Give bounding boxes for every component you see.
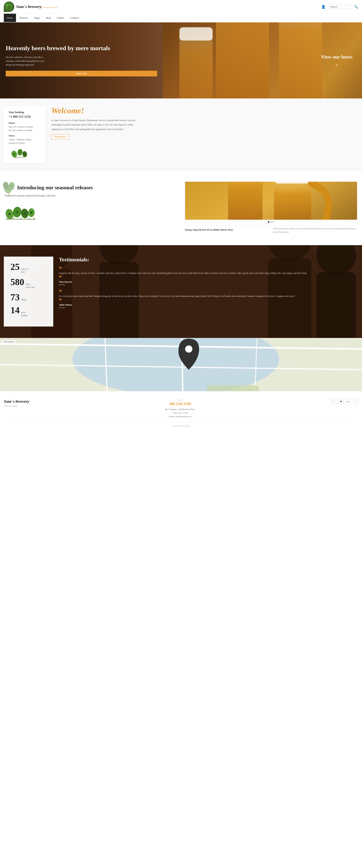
- svg-line-27: [8, 194, 9, 197]
- stat-litres-label: litresevery day: [26, 283, 35, 289]
- seasonal-section: Introducing our seasonal releases Northw…: [0, 171, 362, 245]
- footer-contact: Call us 800-2345-6789 My Company, 1234 M…: [165, 399, 195, 418]
- search-input[interactable]: [328, 5, 351, 9]
- nav-gallery[interactable]: Gallery: [54, 14, 67, 22]
- welcome-title: Welcome!: [51, 106, 358, 115]
- map-background: Map Satellite: [0, 338, 362, 391]
- testimonials-area: Testimonials: ❝ Fragrant with the spicy …: [59, 256, 358, 327]
- footer: Sam`s brewery Brewing company Call us 80…: [0, 391, 362, 431]
- user-icon[interactable]: 👤: [321, 5, 326, 9]
- svg-point-35: [30, 212, 32, 214]
- nav-contacts[interactable]: Contacts: [67, 14, 82, 22]
- tour-booking-phone: +1 800 123 1234: [8, 115, 41, 119]
- stat-litres: 580 litresevery day: [10, 278, 47, 289]
- map-label: Map Satellite: [2, 340, 16, 343]
- hops-left-decoration: [1, 179, 18, 198]
- svg-point-69: [185, 345, 192, 353]
- slider-dot-1[interactable]: [268, 221, 269, 223]
- nav-home[interactable]: Home: [4, 14, 16, 22]
- svg-rect-8: [279, 23, 322, 98]
- main-nav: Home About us Pages Blog Gallery Contact…: [0, 14, 362, 23]
- view-beers[interactable]: View our beers ⌄: [321, 54, 353, 67]
- brand-tagline: Brewing company: [43, 6, 57, 8]
- svg-point-18: [13, 153, 15, 155]
- footer-social: f ✱ in t: [331, 399, 358, 404]
- info-section: Tour booking +1 800 123 1234 Hours Mon–F…: [0, 98, 362, 171]
- tours-days: Saturday & Sunday: [8, 142, 41, 145]
- svg-point-34: [24, 212, 26, 215]
- map-svg: [0, 338, 362, 391]
- map-section: Map Satellite: [0, 338, 362, 391]
- beer-description: Warm one minute, stormy the next, this I…: [272, 227, 358, 236]
- svg-point-33: [16, 211, 18, 213]
- hours-weekday: Mon–Fri 11:00am to 9:00pm: [8, 125, 41, 129]
- logo-area: Sam`s brewery Brewing company: [4, 2, 57, 12]
- quote-close-icon: ❞: [59, 277, 62, 279]
- testimonial-2-author: John Nelson: [59, 303, 358, 306]
- testimonials-title: Testimonials:: [59, 256, 358, 263]
- footer-bottom: © 2016 | Privacy Policy: [4, 422, 358, 427]
- tours-times: 1:00pm, 3:00pm & 5:00pm: [8, 138, 41, 142]
- stat-medals-number: 14: [10, 306, 20, 315]
- nav-pages[interactable]: Pages: [31, 14, 43, 22]
- stat-beer-sorts-number: 25: [10, 262, 20, 271]
- svg-rect-6: [216, 23, 269, 98]
- social-twitter-icon[interactable]: t: [353, 399, 358, 404]
- testimonial-1-role: (client): [59, 283, 358, 286]
- testimonial-2-text: I'm very picky about tripels and other B…: [59, 294, 358, 298]
- seasonal-title: Introducing our seasonal releases: [4, 184, 178, 191]
- tour-booking-title: Tour booking: [8, 111, 41, 114]
- social-linkedin-icon[interactable]: in: [346, 399, 351, 404]
- stat-shops: 73 shops: [10, 293, 47, 302]
- testimonial-1-text: Fragrant with the spicy aromas of clove,…: [59, 271, 358, 275]
- welcome-text: to Sam`s brewery in Grand Marais, Minnes…: [51, 118, 137, 131]
- seasonal-right: Spring: Imperial Red Ale (available Marc…: [184, 181, 358, 236]
- tour-booking-card: Tour booking +1 800 123 1234 Hours Mon–F…: [4, 106, 46, 163]
- svg-point-26: [10, 185, 12, 187]
- svg-rect-45: [274, 182, 311, 220]
- footer-logo: Sam`s brewery Brewing company: [4, 399, 29, 407]
- view-beers-text: View our beers: [321, 54, 353, 60]
- svg-rect-68: [207, 385, 258, 391]
- quote-open-2-icon: ❝: [59, 290, 62, 293]
- logo-hops-icon: [4, 2, 14, 12]
- slider-dot-2[interactable]: [270, 221, 272, 223]
- stats-testimonials-section: 25 sorts ofbeer 580 litresevery day 73 s…: [0, 245, 362, 338]
- hops-decoration-small: [8, 149, 31, 158]
- beer-caption: Spring: Imperial Red Ale (available Marc…: [184, 227, 270, 232]
- welcome-read-more-button[interactable]: Read more: [51, 134, 69, 140]
- slider-dot-3[interactable]: [273, 221, 274, 223]
- stats-box: 25 sorts ofbeer 580 litresevery day 73 s…: [4, 256, 53, 327]
- footer-content: Sam`s brewery Brewing company Call us 80…: [4, 399, 358, 418]
- footer-brand-name: Sam`s brewery: [4, 399, 29, 404]
- svg-point-32: [8, 213, 11, 215]
- stat-medals-label: goldmedals: [21, 311, 28, 317]
- seasonal-description: Northwest seasons expressed through craf…: [4, 194, 178, 198]
- footer-email: Email: info@emailsite.org: [165, 415, 195, 418]
- hero-beer-image: View our beers ⌄: [163, 23, 362, 98]
- svg-rect-11: [179, 27, 213, 41]
- nav-about[interactable]: About us: [16, 14, 31, 22]
- hours-weekend: Sat–Sun 10:00am to 9:00pm: [8, 129, 41, 132]
- beer-image-svg: [185, 182, 357, 220]
- testimonial-2: ❝ I'm very picky about tripels and other…: [59, 290, 358, 309]
- footer-phone-label: Call us: [165, 399, 195, 401]
- top-bar: Sam`s brewery Brewing company 👤 🔍: [0, 0, 362, 14]
- svg-point-3: [7, 6, 10, 9]
- stat-shops-label: shops: [21, 298, 26, 301]
- hero-headline: Heavenly beers brewed by mere mortals: [6, 44, 157, 52]
- hero-right: View our beers ⌄: [163, 23, 362, 98]
- social-pinterest-icon[interactable]: ✱: [338, 399, 344, 404]
- beer-image: [185, 182, 357, 220]
- hero-section: Heavenly beers brewed by mere mortals We…: [0, 23, 362, 98]
- hero-left: Heavenly beers brewed by mere mortals We…: [0, 23, 163, 98]
- search-icon[interactable]: 🔍: [354, 5, 358, 9]
- beer-slider: [184, 181, 358, 225]
- svg-point-20: [24, 153, 26, 155]
- hero-description: We brew authentic craft beers and offer …: [6, 55, 48, 67]
- nav-blog[interactable]: Blog: [43, 14, 54, 22]
- footer-address-line1: My Company, 1234 Mainroad Blvd,: [165, 407, 195, 411]
- hours-title: Hours: [8, 121, 41, 124]
- hero-read-more-button[interactable]: Read more: [6, 71, 157, 76]
- social-facebook-icon[interactable]: f: [331, 399, 336, 404]
